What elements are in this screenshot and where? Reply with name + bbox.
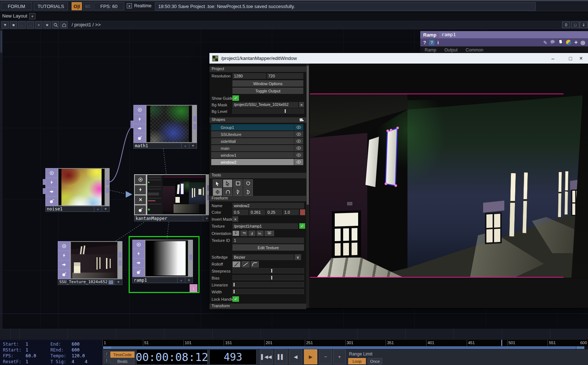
bg-mask-field[interactable]: /project1/SSU_Texture_1024x652	[232, 102, 298, 108]
node-expand-button[interactable]: +	[114, 280, 122, 285]
output-input-toggle[interactable]: O|I	[72, 2, 82, 10]
output-connector[interactable]	[193, 116, 196, 122]
add-shape-icon[interactable]	[299, 118, 304, 123]
frame-slash-button[interactable]: /	[104, 351, 110, 357]
add-icon[interactable]: +	[35, 21, 42, 28]
layout-tab-new-layout[interactable]: New Layout	[2, 13, 27, 19]
timecode-mode-button[interactable]: TimeCode	[110, 351, 134, 358]
rolloff-step-button[interactable]	[251, 261, 259, 267]
beats-mode-button[interactable]: Beats	[110, 358, 134, 364]
python-icon[interactable]	[566, 40, 571, 45]
node-math1[interactable]: math1 ● +	[133, 105, 197, 149]
playhead[interactable]	[501, 340, 502, 346]
eye-icon[interactable]	[294, 138, 303, 144]
bomb-flag-icon[interactable]	[133, 268, 144, 277]
window-titlebar[interactable]: /project1/kantanMapper/editWindow – □ ×	[209, 53, 588, 64]
bg-level-slider[interactable]	[232, 109, 304, 114]
bg-mask-clear-button[interactable]: ×	[299, 102, 304, 107]
bypass-arrow-icon[interactable]	[133, 259, 144, 268]
step-forward-button[interactable]: +	[333, 349, 346, 364]
back-icon[interactable]: ←	[18, 21, 26, 28]
python-help-icon[interactable]: ?	[429, 40, 435, 45]
minimize-button[interactable]: –	[547, 53, 558, 64]
tool-select-icon[interactable]	[213, 179, 222, 187]
linearize-slider[interactable]	[232, 282, 304, 287]
lightning-flag-icon[interactable]	[46, 178, 57, 187]
add-parameter-icon[interactable]: +	[574, 39, 577, 46]
softedge-dropdown-arrow[interactable]: ∨	[295, 254, 301, 260]
operator-name-field[interactable]: ramp1	[439, 31, 588, 38]
tool-direct-select-icon[interactable]	[223, 179, 232, 187]
node-kantanmapper[interactable]: kantanMapper +	[134, 174, 211, 221]
tool-pen-icon[interactable]	[233, 188, 243, 196]
node-preview-noise1[interactable]	[58, 168, 105, 206]
tool-freeform-icon[interactable]	[243, 179, 253, 187]
rolloff-linear-button[interactable]	[242, 261, 250, 267]
star-icon[interactable]: ★	[43, 21, 51, 28]
viewer-flag-icon[interactable]	[135, 175, 146, 185]
node-dot-toggle[interactable]: ●	[94, 206, 102, 212]
scrollbar-left-cap[interactable]: ···	[103, 346, 111, 349]
play-button[interactable]: ▶	[304, 349, 317, 364]
once-button[interactable]: Once	[368, 358, 382, 364]
node-ramp1[interactable]: ramp1 ● +	[132, 240, 193, 284]
softedge-dropdown[interactable]: Bezier	[232, 254, 294, 260]
shape-name-field[interactable]: window2	[232, 203, 304, 209]
shape-row-ssutexture[interactable]: SSUtexture	[211, 131, 303, 137]
tab-common[interactable]: Common	[466, 47, 483, 53]
viewer-flag-icon[interactable]	[133, 240, 144, 249]
node-dot-toggle[interactable]: ●	[181, 143, 189, 148]
fps-display[interactable]: FPS: 60	[94, 2, 124, 10]
output-connector[interactable]	[189, 254, 192, 260]
node-preview-ramp1[interactable]	[145, 240, 189, 277]
output-connector[interactable]	[106, 180, 109, 185]
shape-row-main[interactable]: main	[211, 145, 303, 151]
bomb-flag-icon[interactable]	[46, 197, 57, 206]
bypass-arrow-icon[interactable]	[58, 261, 70, 270]
orientation-270-button[interactable]: F	[257, 231, 263, 236]
viewer-flag-icon[interactable]	[46, 168, 57, 178]
node-expand-button[interactable]: +	[185, 278, 193, 283]
output-connector[interactable]	[119, 260, 122, 266]
node-preview-math1[interactable]	[146, 105, 193, 143]
info-icon[interactable]: i	[437, 40, 439, 45]
window-options-button[interactable]: Window Options	[232, 80, 303, 87]
eye-icon[interactable]	[294, 124, 303, 130]
texture-id-field[interactable]: 1	[232, 237, 304, 243]
pane-menu-icon[interactable]: ▼	[1, 21, 9, 28]
timeline-ruler[interactable]: 1 51 101 151 201 251 301 351 401 451 501…	[102, 340, 588, 346]
color-a-field[interactable]: 1.0	[283, 209, 299, 215]
orientation-0-button[interactable]: F	[232, 231, 239, 236]
close-x-flag-icon[interactable]	[135, 195, 146, 205]
tool-anchor-icon[interactable]	[213, 188, 222, 196]
node-expand-button[interactable]: +	[102, 206, 109, 212]
timecode-display[interactable]: 00:00:08:12	[136, 349, 208, 365]
texture-enable-checkbox[interactable]: ✓	[299, 223, 305, 229]
close-button[interactable]: ×	[576, 53, 587, 64]
node-noise1[interactable]: noise1 ● +	[45, 168, 110, 213]
color-b-field[interactable]: 0.25	[266, 209, 282, 215]
frame-i-button[interactable]: I	[104, 357, 110, 363]
color-swatch[interactable]	[300, 209, 305, 215]
bomb-flag-icon[interactable]	[135, 205, 146, 214]
search-network-icon[interactable]	[52, 21, 59, 28]
resolution-height-field[interactable]: 720	[267, 73, 303, 79]
color-r-field[interactable]: 0.5	[232, 209, 249, 215]
orientation-90-button[interactable]: F	[240, 231, 247, 236]
realtime-checkbox-icon[interactable]: x	[127, 3, 132, 8]
eye-icon[interactable]	[294, 152, 303, 158]
invert-mask-checkbox[interactable]: ×	[232, 216, 238, 222]
network-vertical-scrollbar[interactable]	[0, 29, 3, 329]
tab-ramp[interactable]: Ramp	[425, 47, 436, 53]
resolution-width-field[interactable]: 1280	[232, 73, 266, 79]
add-layout-button[interactable]: +	[29, 13, 35, 19]
name-scroll-thumb[interactable]	[109, 280, 113, 284]
color-g-field[interactable]: 0.261	[249, 209, 265, 215]
pencil-icon[interactable]: ✎	[543, 40, 547, 45]
shape-row-group1[interactable]: Group1	[211, 124, 303, 130]
tool-rectangle-icon[interactable]	[233, 179, 243, 187]
forum-tab[interactable]: FORUM	[1, 2, 32, 10]
node-preview-ssu[interactable]	[70, 241, 118, 279]
language-target-icon[interactable]: ◎	[581, 39, 585, 45]
dock-pane-icon[interactable]: ⇓	[580, 22, 588, 28]
